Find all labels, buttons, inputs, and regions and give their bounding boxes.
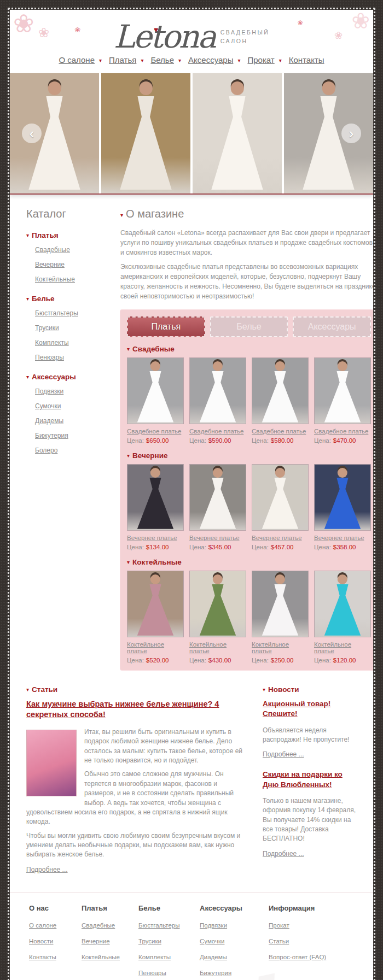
price-value: $134.00	[146, 544, 169, 550]
product-photo-0-3[interactable]	[314, 357, 371, 424]
price-label: Цена:	[252, 437, 269, 444]
content-column: ▾О магазине Свадебный салон «Letona» все…	[114, 204, 373, 670]
product-name-link[interactable]: Вечернее платье	[189, 535, 246, 541]
sidebar-link-1-2[interactable]: Комплекты	[35, 339, 69, 347]
logo[interactable]: ♥ Letona СВАДЕБНЫЙ САЛОН	[101, 22, 282, 52]
nav-link-1[interactable]: Платья	[109, 55, 136, 64]
slider-prev-button[interactable]: ‹	[22, 124, 42, 143]
nav-link-2[interactable]: Белье	[150, 55, 174, 64]
product-photo-1-2[interactable]	[252, 464, 309, 531]
footer-link-4-0[interactable]: Прокат	[269, 922, 289, 929]
footer-link-4-1[interactable]: Статьи	[269, 938, 289, 944]
product-name-link[interactable]: Коктейльное платье	[314, 641, 371, 654]
footer-link-2-2[interactable]: Комплекты	[138, 954, 171, 960]
product-photo-2-3[interactable]	[314, 571, 371, 637]
product-name-link[interactable]: Свадебное платье	[189, 428, 246, 435]
product-photo-1-3[interactable]	[314, 464, 371, 531]
footer-link-2-0[interactable]: Бюстгальтеры	[138, 922, 180, 929]
footer-link-item: Комплекты	[138, 952, 194, 961]
tab-2[interactable]: Аксессуары	[293, 316, 371, 337]
tab-label: Платья	[151, 322, 181, 332]
footer-link-2-3[interactable]: Пенюары	[138, 970, 166, 976]
article-title-link[interactable]: Как мужчине выбрать нижнее белье женщине…	[26, 699, 246, 720]
tab-0[interactable]: Платья	[127, 316, 205, 337]
nav-link-0[interactable]: О салоне	[59, 55, 95, 64]
about-paragraph-0: Свадебный салон «Letona» всегда распахив…	[120, 228, 373, 257]
price-label: Цена:	[314, 544, 331, 550]
product-section-1: ▾ВечерниеВечернее платьеЦена:$134.00Вече…	[127, 451, 371, 550]
product-name-link[interactable]: Свадебное платье	[127, 428, 184, 435]
figure-head	[338, 361, 347, 371]
article-body: Итак, вы решили быть оригинальным и купи…	[26, 727, 246, 874]
footer-column-0: О насО салонеНовостиКонтакты	[29, 904, 76, 980]
figure-gown	[259, 371, 300, 422]
sidebar-link-2-2[interactable]: Диадемы	[35, 417, 63, 425]
footer-link-0-2[interactable]: Контакты	[29, 954, 56, 960]
tab-1[interactable]: Белье	[210, 316, 288, 337]
news-title-link[interactable]: Скидки на подарки ко Дню Влюбленных!	[263, 770, 357, 789]
product-name-link[interactable]: Свадебное платье	[252, 428, 309, 435]
product-name-link[interactable]: Коктейльное платье	[252, 641, 309, 654]
sidebar-link-2-3[interactable]: Бижутерия	[35, 432, 68, 439]
sidebar-link-1-1[interactable]: Трусики	[35, 324, 59, 332]
product-row: Свадебное платьеЦена:$650.00Свадебное пл…	[127, 357, 371, 444]
product-section-2: ▾КоктейльныеКоктейльное платьеЦена:$520.…	[127, 558, 371, 664]
product-price: Цена:$470.00	[314, 437, 371, 444]
footer-link-1-1[interactable]: Вечерние	[82, 938, 110, 944]
sidebar-link-0-0[interactable]: Свадебные	[35, 246, 70, 254]
news-more-link[interactable]: Подробнее ...	[263, 750, 304, 758]
figure-head	[150, 574, 160, 584]
product-photo-0-2[interactable]	[252, 357, 309, 424]
bride-figure	[252, 465, 308, 530]
product-card: Вечернее платьеЦена:$134.00	[127, 464, 184, 550]
footer-link-2-1[interactable]: Трусики	[138, 938, 161, 944]
product-name-link[interactable]: Свадебное платье	[314, 428, 371, 435]
product-name-link[interactable]: Вечернее платье	[127, 535, 184, 541]
bullet-icon: ▾	[127, 453, 130, 459]
footer-link-3-0[interactable]: Подвязки	[200, 922, 227, 929]
sidebar-link-1-3[interactable]: Пенюары	[35, 354, 64, 361]
product-photo-0-0[interactable]	[127, 357, 184, 424]
footer-link-0-0[interactable]: О салоне	[29, 922, 56, 929]
footer-link-1-0[interactable]: Свадебные	[82, 922, 115, 929]
heart-icon: ♥	[154, 25, 158, 34]
nav-link-3[interactable]: Аксессуары	[188, 55, 233, 64]
product-photo-0-1[interactable]	[189, 357, 246, 424]
sidebar-link-1-0[interactable]: Бюстгальтеры	[35, 309, 78, 317]
product-name-link[interactable]: Вечернее платье	[314, 535, 371, 541]
product-name-link[interactable]: Коктейльное платье	[189, 641, 246, 654]
product-photo-2-2[interactable]	[252, 571, 309, 637]
article-thumbnail[interactable]	[26, 730, 77, 796]
slider-next-button[interactable]: ›	[341, 124, 361, 143]
footer-link-3-1[interactable]: Сумочки	[200, 938, 224, 944]
product-photo-2-0[interactable]	[127, 571, 184, 637]
price-label: Цена:	[252, 544, 269, 550]
sidebar-link-0-1[interactable]: Вечерние	[35, 261, 65, 268]
footer-link-4-2[interactable]: Вопрос-ответ (FAQ)	[269, 954, 326, 960]
article-more-link[interactable]: Подробнее ...	[26, 866, 68, 873]
product-photo-1-1[interactable]	[189, 464, 246, 531]
nav-link-5[interactable]: Контакты	[289, 55, 324, 64]
footer-link-3-2[interactable]: Диадемы	[200, 954, 227, 960]
footer-link-1-2[interactable]: Коктейльные	[82, 954, 120, 960]
product-name-link[interactable]: Коктейльное платье	[127, 641, 184, 654]
sidebar-link-2-4[interactable]: Болеро	[35, 447, 57, 454]
sidebar-link-item: Болеро	[35, 445, 114, 455]
footer-link-3-3[interactable]: Бижутерия	[200, 970, 231, 976]
news-more-link[interactable]: Подробнее ...	[263, 850, 304, 858]
sidebar-link-2-1[interactable]: Сумочки	[35, 402, 61, 410]
bullet-icon: ▾	[263, 686, 265, 693]
product-photo-2-1[interactable]	[189, 571, 246, 637]
bride-figure	[127, 465, 183, 530]
product-price: Цена:$590.00	[189, 437, 246, 444]
footer-link-0-1[interactable]: Новости	[29, 938, 54, 944]
news-title-link[interactable]: Акционный товар! Спешите!	[263, 699, 357, 719]
figure-gown	[135, 371, 176, 422]
product-photo-1-0[interactable]	[127, 464, 184, 531]
figure-head	[213, 574, 223, 584]
nav-link-4[interactable]: Прокат	[247, 55, 274, 64]
sidebar-link-0-2[interactable]: Коктейльные	[35, 275, 75, 283]
footer-link-item: Контакты	[29, 952, 76, 961]
product-name-link[interactable]: Вечернее платье	[252, 535, 309, 541]
sidebar-link-2-0[interactable]: Подвязки	[35, 388, 63, 395]
